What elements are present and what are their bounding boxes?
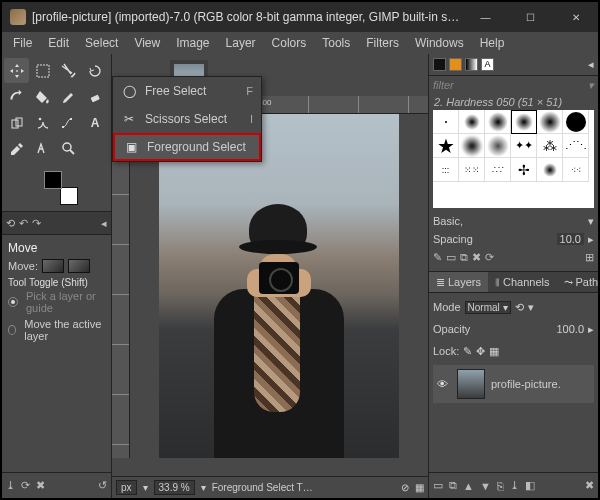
brush-item[interactable] bbox=[537, 110, 563, 134]
menu-windows[interactable]: Windows bbox=[408, 34, 471, 52]
clone-tool[interactable] bbox=[4, 110, 29, 135]
move-mode-swatch-1[interactable] bbox=[42, 259, 64, 273]
menu-edit[interactable]: Edit bbox=[41, 34, 76, 52]
pattern-tab-icon[interactable] bbox=[449, 58, 462, 71]
bucket-fill-tool[interactable] bbox=[30, 84, 55, 109]
font-tab-icon[interactable]: A bbox=[481, 58, 494, 71]
brush-item[interactable] bbox=[459, 134, 485, 158]
brush-basic-label[interactable]: Basic, bbox=[433, 215, 463, 227]
brush-item[interactable]: ∴∵ bbox=[485, 158, 511, 182]
bg-color-swatch[interactable] bbox=[60, 187, 78, 205]
undo-tab-icon[interactable]: ↶ bbox=[19, 217, 28, 230]
brush-filter-field[interactable]: filter ▾ bbox=[429, 76, 598, 94]
flip-tool[interactable] bbox=[4, 84, 29, 109]
new-layer-icon[interactable]: ▭ bbox=[433, 479, 443, 492]
history-tab-icon[interactable]: ⟲ bbox=[6, 217, 15, 230]
open-as-image-icon[interactable]: ⊞ bbox=[585, 251, 594, 264]
del-brush-icon[interactable]: ✖ bbox=[472, 251, 481, 264]
merge-down-icon[interactable]: ⤓ bbox=[510, 479, 519, 492]
rect-select-tool[interactable] bbox=[30, 58, 55, 83]
fg-color-swatch[interactable] bbox=[44, 171, 62, 189]
tab-paths[interactable]: ⤳Paths bbox=[557, 272, 600, 292]
opt-pick-layer[interactable]: Pick a layer or guide bbox=[8, 290, 105, 314]
brush-item[interactable]: ✢ bbox=[511, 158, 537, 182]
text-tool[interactable]: A bbox=[82, 110, 107, 135]
layer-row[interactable]: 👁 profile-picture. bbox=[433, 365, 594, 403]
brush-item[interactable]: ⁖⁖ bbox=[563, 158, 589, 182]
delete-layer-icon[interactable]: ✖ bbox=[585, 479, 594, 492]
reset-options-icon[interactable]: ↺ bbox=[98, 479, 107, 492]
layer-group-icon[interactable]: ⧉ bbox=[449, 479, 457, 492]
dup-layer-icon[interactable]: ⎘ bbox=[497, 480, 504, 492]
menu-filters[interactable]: Filters bbox=[359, 34, 406, 52]
new-brush-icon[interactable]: ▭ bbox=[446, 251, 456, 264]
brush-item[interactable] bbox=[459, 110, 485, 134]
measure-tool[interactable] bbox=[30, 136, 55, 161]
brush-item[interactable]: ⋰⋱ bbox=[563, 134, 589, 158]
brush-item[interactable] bbox=[563, 110, 589, 134]
brush-item[interactable]: ⁂ bbox=[537, 134, 563, 158]
opacity-value[interactable]: 100.0 bbox=[556, 323, 584, 335]
ruler-vertical[interactable] bbox=[112, 114, 130, 458]
brush-item[interactable] bbox=[485, 134, 511, 158]
brush-item[interactable]: ✦✦ bbox=[511, 134, 537, 158]
spacing-value[interactable]: 10.0 bbox=[557, 233, 584, 245]
lock-alpha-icon[interactable]: ▦ bbox=[489, 345, 499, 358]
menu-select[interactable]: Select bbox=[78, 34, 125, 52]
save-options-icon[interactable]: ⤓ bbox=[6, 479, 15, 492]
eraser-tool[interactable] bbox=[82, 84, 107, 109]
brush-item[interactable]: ::: bbox=[433, 158, 459, 182]
brush-item[interactable] bbox=[537, 158, 563, 182]
redo-tab-icon[interactable]: ↷ bbox=[32, 217, 41, 230]
zoom-tool[interactable] bbox=[56, 136, 81, 161]
restore-options-icon[interactable]: ⟳ bbox=[21, 479, 30, 492]
gradient-tab-icon[interactable] bbox=[465, 58, 478, 71]
submenu-foreground-select[interactable]: ▣Foreground Select bbox=[113, 133, 261, 161]
smudge-tool[interactable] bbox=[30, 110, 55, 135]
color-picker-tool[interactable] bbox=[4, 136, 29, 161]
brush-grid[interactable]: ★ ✦✦ ⁂ ⋰⋱ ::: ⁙⁙ ∴∵ ✢ ⁖⁖ bbox=[433, 110, 594, 208]
mode-select[interactable]: Normal ▾ bbox=[465, 301, 511, 314]
tab-layers[interactable]: ≣Layers bbox=[429, 272, 488, 292]
delete-options-icon[interactable]: ✖ bbox=[36, 479, 45, 492]
paintbrush-tool[interactable] bbox=[56, 84, 81, 109]
tab-channels[interactable]: ⦀Channels bbox=[488, 272, 556, 292]
submenu-scissors-select[interactable]: ✂Scissors SelectI bbox=[113, 105, 261, 133]
brush-item[interactable]: ⁙⁙ bbox=[459, 158, 485, 182]
fg-bg-color-widget[interactable] bbox=[44, 171, 78, 205]
status-unit[interactable]: px bbox=[116, 480, 137, 495]
edit-brush-icon[interactable]: ✎ bbox=[433, 251, 442, 264]
window-minimize-button[interactable]: — bbox=[463, 2, 508, 32]
brush-tab-icon[interactable] bbox=[433, 58, 446, 71]
menu-layer[interactable]: Layer bbox=[219, 34, 263, 52]
tab-menu-icon[interactable]: ◂ bbox=[588, 58, 594, 71]
tab-menu-icon[interactable]: ◂ bbox=[101, 217, 107, 230]
move-tool[interactable] bbox=[4, 58, 29, 83]
move-mode-swatch-2[interactable] bbox=[68, 259, 90, 273]
rotate-tool[interactable] bbox=[82, 58, 107, 83]
dup-brush-icon[interactable]: ⧉ bbox=[460, 251, 468, 264]
path-tool[interactable] bbox=[56, 110, 81, 135]
cancel-icon[interactable]: ⊘ bbox=[401, 482, 409, 493]
opt-move-active[interactable]: Move the active layer bbox=[8, 318, 105, 342]
layer-name[interactable]: profile-picture. bbox=[491, 378, 561, 390]
status-zoom[interactable]: 33.9 % bbox=[154, 480, 195, 495]
canvas[interactable] bbox=[130, 114, 428, 458]
submenu-free-select[interactable]: ◯Free SelectF bbox=[113, 77, 261, 105]
visibility-eye-icon[interactable]: 👁 bbox=[437, 378, 451, 390]
brush-item[interactable] bbox=[433, 110, 459, 134]
window-maximize-button[interactable]: ☐ bbox=[508, 2, 553, 32]
menu-tools[interactable]: Tools bbox=[315, 34, 357, 52]
lock-position-icon[interactable]: ✥ bbox=[476, 345, 485, 358]
lower-layer-icon[interactable]: ▼ bbox=[480, 480, 491, 492]
lock-pixels-icon[interactable]: ✎ bbox=[463, 345, 472, 358]
mode-reset-icon[interactable]: ⟲ bbox=[515, 301, 524, 314]
brush-item[interactable] bbox=[485, 110, 511, 134]
crop-tool[interactable] bbox=[56, 58, 81, 83]
mask-icon[interactable]: ◧ bbox=[525, 479, 535, 492]
menu-help[interactable]: Help bbox=[473, 34, 512, 52]
refresh-brush-icon[interactable]: ⟳ bbox=[485, 251, 494, 264]
brush-item[interactable]: ★ bbox=[433, 134, 459, 158]
menu-view[interactable]: View bbox=[127, 34, 167, 52]
menu-file[interactable]: File bbox=[6, 34, 39, 52]
